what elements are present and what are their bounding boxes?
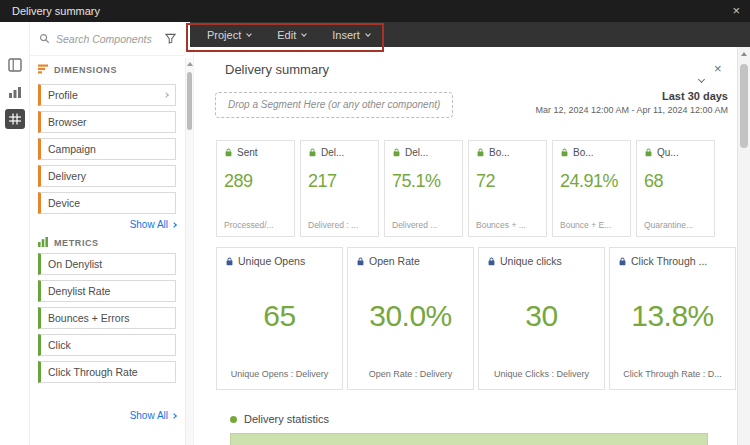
card-subtitle: Delivered : ...	[308, 220, 374, 230]
dimension-item-label: Device	[48, 197, 80, 209]
chart-legend: Delivery statistics	[230, 413, 329, 425]
bar-chart-icon	[8, 85, 22, 103]
card-title-label: Unique clicks	[500, 255, 562, 267]
card-title-label: Qu...	[657, 147, 679, 158]
metric-item-click-through-rate[interactable]: Click Through Rate	[38, 361, 176, 383]
summary-card[interactable]: Bo... 72 Bounces + ...	[468, 140, 547, 237]
chart-legend-label: Delivery statistics	[244, 413, 329, 425]
lock-icon	[644, 148, 653, 157]
chevron-down-icon	[246, 31, 252, 37]
card-title-label: Unique Opens	[238, 255, 305, 267]
card-title-label: Click Through ...	[631, 255, 707, 267]
lock-icon	[225, 257, 234, 266]
detail-card[interactable]: Click Through ... 13.8% Click Through Ra…	[609, 247, 736, 390]
card-value: 75.1%	[392, 171, 455, 192]
card-subtitle: Bounces + ...	[476, 220, 542, 230]
card-title-label: Bo...	[573, 147, 594, 158]
card-subtitle: Unique Clicks : Delivery	[483, 369, 600, 379]
metrics-section-header: METRICS	[38, 237, 99, 249]
dimensions-section-header: DIMENSIONS	[38, 64, 117, 76]
dimension-item-label: Campaign	[48, 143, 96, 155]
menu-insert[interactable]: Insert	[332, 29, 370, 41]
panel-close-button[interactable]: ×	[714, 61, 722, 76]
chevron-right-icon	[163, 92, 169, 98]
lock-icon	[356, 257, 365, 266]
detail-card[interactable]: Open Rate 30.0% Open Rate : Delivery	[347, 247, 474, 390]
lock-icon	[476, 148, 485, 157]
filter-icon[interactable]	[165, 30, 176, 48]
component-search-bar	[30, 22, 185, 56]
panels-button[interactable]	[0, 58, 30, 76]
card-value: 68	[644, 171, 707, 192]
menu-edit[interactable]: Edit	[277, 29, 306, 41]
dimension-item-label: Browser	[48, 116, 87, 128]
panel-icon	[8, 58, 22, 76]
window-close-button[interactable]: ×	[732, 0, 740, 22]
card-title-label: Del...	[321, 147, 344, 158]
metric-item-bounces-errors[interactable]: Bounces + Errors	[38, 307, 176, 329]
menu-insert-label: Insert	[332, 29, 360, 41]
dimension-item-profile[interactable]: Profile	[38, 84, 176, 106]
card-subtitle: Quarantine...	[644, 220, 710, 230]
dimensions-show-all-link[interactable]: Show All	[38, 219, 176, 230]
metric-item-on-denylist[interactable]: On Denylist	[38, 253, 176, 275]
chevron-down-icon	[301, 31, 307, 37]
summary-card[interactable]: Del... 217 Delivered : ...	[300, 140, 379, 237]
tables-button-active[interactable]	[0, 109, 30, 133]
card-value: 217	[308, 171, 371, 192]
window-title-bar: Delivery summary ×	[0, 0, 750, 22]
card-subtitle: Bounce + E...	[560, 220, 626, 230]
detail-cards-row: Unique Opens 65 Unique Opens : Delivery …	[216, 247, 736, 390]
card-title: Del...	[392, 147, 455, 158]
summary-card[interactable]: Sent 289 Processed/...	[216, 140, 295, 237]
dimension-item-campaign[interactable]: Campaign	[38, 138, 176, 160]
show-all-label: Show All	[130, 410, 168, 421]
summary-card[interactable]: Del... 75.1% Delivered ...	[384, 140, 463, 237]
card-title: Sent	[224, 147, 287, 158]
chart-bar	[230, 433, 708, 445]
panel-title: Delivery summary	[225, 62, 329, 77]
chevron-right-icon	[171, 413, 177, 419]
menu-project[interactable]: Project	[207, 29, 251, 41]
menu-bar: Project Edit Insert	[190, 22, 750, 47]
date-range-picker[interactable]: Last 30 days Mar 12, 2024 12:00 AM - Apr…	[536, 90, 728, 115]
scrollbar-thumb[interactable]	[187, 72, 192, 130]
card-value: 24.91%	[560, 171, 623, 192]
card-subtitle: Processed/...	[224, 220, 290, 230]
card-title-label: Del...	[405, 147, 428, 158]
metric-item-label: Denylist Rate	[48, 285, 110, 297]
card-title: Click Through ...	[618, 255, 727, 267]
date-range-label: Last 30 days	[536, 90, 728, 102]
main-scrollbar[interactable]	[737, 47, 750, 445]
segment-drop-zone[interactable]: Drop a Segment Here (or any other compon…	[215, 92, 453, 118]
visualizations-button[interactable]	[0, 85, 30, 103]
scroll-up-arrow-icon[interactable]	[741, 52, 747, 56]
summary-card[interactable]: Qu... 68 Quarantine...	[636, 140, 715, 237]
scrollbar-thumb[interactable]	[740, 64, 748, 148]
metrics-show-all-link[interactable]: Show All	[38, 410, 176, 421]
metrics-icon	[38, 237, 48, 249]
panel-collapse-button[interactable]	[699, 68, 704, 86]
show-all-label: Show All	[130, 219, 168, 230]
metric-item-label: Click Through Rate	[48, 366, 138, 378]
window-title: Delivery summary	[12, 5, 100, 17]
detail-card[interactable]: Unique Opens 65 Unique Opens : Delivery	[216, 247, 343, 390]
detail-card[interactable]: Unique clicks 30 Unique Clicks : Deliver…	[478, 247, 605, 390]
lock-icon	[487, 257, 496, 266]
card-value: 30	[487, 299, 596, 333]
dimension-item-browser[interactable]: Browser	[38, 111, 176, 133]
scroll-up-arrow-icon[interactable]	[187, 62, 193, 66]
components-scrollbar[interactable]	[185, 58, 193, 445]
menu-edit-label: Edit	[277, 29, 296, 41]
metric-item-click[interactable]: Click	[38, 334, 176, 356]
metric-item-denylist-rate[interactable]: Denylist Rate	[38, 280, 176, 302]
dimension-item-device[interactable]: Device	[38, 192, 176, 214]
dimension-item-delivery[interactable]: Delivery	[38, 165, 176, 187]
card-title: Bo...	[476, 147, 539, 158]
lock-icon	[618, 257, 627, 266]
table-icon	[5, 109, 25, 133]
lock-icon	[392, 148, 401, 157]
search-input[interactable]	[56, 33, 159, 45]
summary-card[interactable]: Bo... 24.91% Bounce + E...	[552, 140, 631, 237]
lock-icon	[224, 148, 233, 157]
